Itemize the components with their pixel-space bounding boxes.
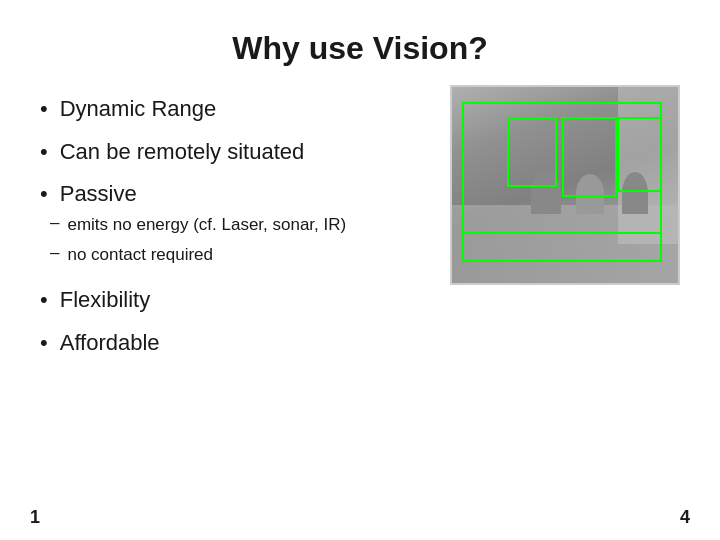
- green-detection-box-right: [617, 117, 662, 192]
- bullet-text-affordable: Affordable: [60, 329, 160, 358]
- bullet-list: • Dynamic Range • Can be remotely situat…: [40, 95, 430, 372]
- sub-dash-1: –: [50, 213, 59, 233]
- sub-item-emits: – emits no energy (cf. Laser, sonar, IR): [50, 213, 346, 237]
- bullet-dot-3: •: [40, 180, 48, 209]
- bullet-dynamic-range: • Dynamic Range: [40, 95, 430, 124]
- bullet-text-passive: Passive: [60, 180, 137, 209]
- bullet-dot-2: •: [40, 138, 48, 167]
- slide-title: Why use Vision?: [40, 30, 680, 67]
- bullet-text-remotely-situated: Can be remotely situated: [60, 138, 305, 167]
- sub-text-emits: emits no energy (cf. Laser, sonar, IR): [67, 213, 346, 237]
- slide: Why use Vision? • Dynamic Range • Can be…: [0, 0, 720, 540]
- bullet-dot-4: •: [40, 286, 48, 315]
- bullet-affordable: • Affordable: [40, 329, 430, 358]
- sub-item-no-contact: – no contact required: [50, 243, 346, 267]
- footer-page-right: 4: [680, 507, 690, 528]
- bullet-flexibility: • Flexibility: [40, 286, 430, 315]
- bullet-dot-1: •: [40, 95, 48, 124]
- bullet-text-flexibility: Flexibility: [60, 286, 150, 315]
- sub-text-no-contact: no contact required: [67, 243, 213, 267]
- image-canvas: [452, 87, 678, 283]
- bullet-passive: • Passive – emits no energy (cf. Laser, …: [40, 180, 430, 272]
- green-detection-box-center: [562, 117, 617, 197]
- content-area: • Dynamic Range • Can be remotely situat…: [40, 95, 680, 372]
- bullet-remotely-situated: • Can be remotely situated: [40, 138, 430, 167]
- bullet-dot-5: •: [40, 329, 48, 358]
- footer-page-left: 1: [30, 507, 40, 528]
- sub-list-passive: – emits no energy (cf. Laser, sonar, IR)…: [50, 213, 346, 267]
- green-detection-box-left: [507, 117, 557, 187]
- green-detection-line: [462, 232, 662, 234]
- bullet-text-dynamic-range: Dynamic Range: [60, 95, 217, 124]
- vision-image: [450, 85, 680, 285]
- sub-dash-2: –: [50, 243, 59, 263]
